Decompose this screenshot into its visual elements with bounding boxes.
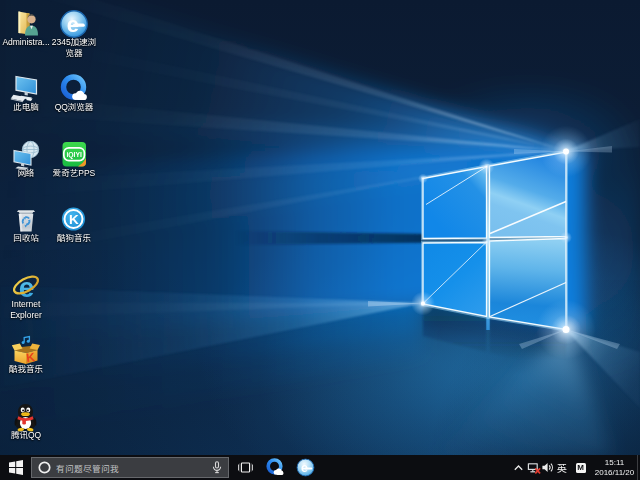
desktop-icon-tencent-qq[interactable]: 腾讯QQ <box>2 401 50 440</box>
desktop-icon-2345-browser[interactable]: e 2345加速浏览器 <box>50 8 98 58</box>
desktop-icon-label: 酷我音乐 <box>2 363 50 374</box>
desktop-icon-label: 爱奇艺PPS <box>50 167 98 178</box>
desktop-icon-internet-explorer[interactable]: e Internet Explorer <box>2 270 50 320</box>
desktop-icon-network[interactable]: 网络 <box>2 139 50 178</box>
taskbar: 有问题尽管问我 <box>0 455 640 480</box>
network-disconnected-icon <box>527 462 541 474</box>
desktop-icon-this-pc[interactable]: 此电脑 <box>2 73 50 112</box>
desktop-icon-qq-browser[interactable]: QQ浏览器 <box>50 73 98 112</box>
ime-mode-badge: M <box>576 463 586 473</box>
tray-ime-language[interactable]: 英 <box>555 455 569 480</box>
desktop-icon-label: 回收站 <box>2 232 50 243</box>
windows-desktop: Administra... e 2345加速浏览器 此电脑 <box>0 0 640 480</box>
desktop-icon-label: Internet Explorer <box>2 298 50 320</box>
clock-time: 15:11 <box>592 458 637 468</box>
desktop-icon-iqiyi[interactable]: iQIYI 爱奇艺PPS <box>50 139 98 178</box>
desktop-icon-label: 腾讯QQ <box>2 429 50 440</box>
tray-ime-mode[interactable]: M <box>573 455 588 480</box>
tray-hidden-icons-button[interactable] <box>510 455 526 480</box>
desktop-icon-label: 2345加速浏览器 <box>50 36 98 58</box>
desktop-icon-label: 酷狗音乐 <box>50 232 98 243</box>
desktop-icon-administrator[interactable]: Administra... <box>2 8 50 47</box>
chevron-up-icon <box>514 465 523 471</box>
desktop-icon-label: 网络 <box>2 167 50 178</box>
desktop-icon-label: QQ浏览器 <box>50 101 98 112</box>
taskbar-clock[interactable]: 15:11 2016/11/20 <box>592 455 637 480</box>
clock-date: 2016/11/20 <box>592 468 637 478</box>
desktop-icon-recycle-bin[interactable]: 回收站 <box>2 204 50 243</box>
tray-volume-icon[interactable] <box>541 455 555 480</box>
system-tray: 英 M <box>0 455 640 480</box>
ime-language-label: 英 <box>557 460 567 475</box>
desktop-icon-kugou[interactable]: K 酷狗音乐 <box>50 204 98 243</box>
svg-text:K: K <box>69 212 79 227</box>
desktop-icon-label: Administra... <box>2 36 50 47</box>
svg-text:iQIYI: iQIYI <box>66 150 82 158</box>
speaker-icon <box>542 462 554 473</box>
tray-network-icon[interactable] <box>526 455 541 480</box>
desktop-icon-kuwo[interactable]: K 酷我音乐 <box>2 335 50 374</box>
desktop-icon-label: 此电脑 <box>2 101 50 112</box>
